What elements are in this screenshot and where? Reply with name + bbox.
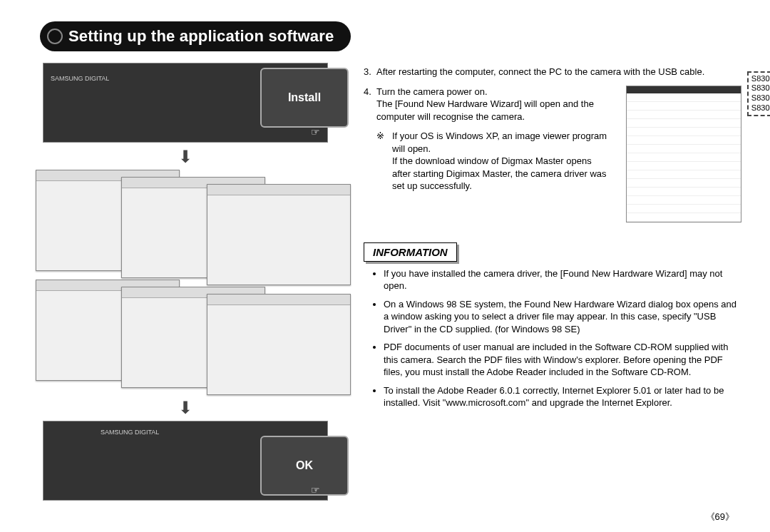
explorer-wrap: S8300 S830004 S8300048 S8300049: [626, 86, 741, 222]
explorer-row: [627, 111, 741, 119]
explorer-titlebar: [627, 86, 741, 93]
explorer-row: [627, 128, 741, 136]
two-column-layout: SAMSUNG DIGITAL Install ☞ ⬇ ⬇: [29, 63, 741, 501]
page-number: 《69》: [706, 511, 734, 523]
page-title: Setting up the application software: [40, 21, 351, 51]
explorer-row: [627, 188, 741, 196]
title-bullet-icon: [47, 29, 63, 44]
cursor-icon: ☞: [311, 126, 320, 138]
explorer-row: [627, 119, 741, 128]
info-bullet: If you have installed the camera driver,…: [384, 267, 741, 292]
note-symbol-icon: ※: [376, 130, 388, 193]
ok-label: OK: [296, 459, 313, 472]
steps-list: 3. After restarting the computer, connec…: [364, 66, 741, 78]
screenshot-explorer: [626, 86, 741, 222]
note-row: ※ If your OS is Windows XP, an image vie…: [376, 130, 612, 193]
arrow-down-icon: ⬇: [29, 147, 342, 167]
page-number-value: 69: [715, 511, 725, 522]
explorer-row: [627, 205, 741, 213]
explorer-row: [627, 162, 741, 170]
install-label: Install: [288, 91, 321, 104]
callout-line: S8300049: [751, 103, 770, 113]
angle-left-icon: 《: [706, 511, 715, 522]
brand-label: SAMSUNG DIGITAL: [101, 429, 159, 436]
brand-label: SAMSUNG DIGITAL: [51, 75, 109, 82]
screenshot-wizard-row-1: [29, 170, 342, 284]
screenshot-installer-bottom: SAMSUNG DIGITAL OK ☞: [43, 421, 328, 501]
install-button-inset: Install: [260, 68, 349, 128]
step-4: 4. Turn the camera power on. The [Found …: [364, 86, 612, 123]
explorer-row: [627, 213, 741, 222]
explorer-row: [627, 93, 741, 102]
callout-line: S8300: [751, 74, 770, 84]
explorer-row: [627, 136, 741, 145]
angle-right-icon: 》: [725, 511, 734, 522]
ok-button-inset: OK: [260, 436, 349, 496]
info-bullet: To install the Adobe Reader 6.0.1 correc…: [384, 384, 741, 409]
callout-line: S830004: [751, 83, 770, 93]
info-bullet: PDF documents of user manual are include…: [384, 341, 741, 379]
explorer-row: [627, 145, 741, 153]
filename-callout: S8300 S830004 S8300048 S8300049: [747, 71, 770, 116]
explorer-row: [627, 153, 741, 162]
information-bullets: If you have installed the camera driver,…: [364, 267, 741, 409]
explorer-row: [627, 102, 741, 111]
step-text: After restarting the computer, connect t…: [376, 66, 741, 78]
step-text: Turn the camera power on. The [Found New…: [376, 86, 612, 123]
page: Setting up the application software SAMS…: [0, 0, 770, 532]
screenshot-installer-top: SAMSUNG DIGITAL Install ☞: [43, 63, 328, 143]
left-column: SAMSUNG DIGITAL Install ☞ ⬇ ⬇: [29, 63, 342, 501]
explorer-row: [627, 196, 741, 205]
wizard-dialog: [207, 294, 351, 395]
explorer-row: [627, 179, 741, 188]
screenshot-wizard-row-2: [29, 280, 342, 394]
step-4-text: 4. Turn the camera power on. The [Found …: [364, 86, 612, 193]
cursor-icon: ☞: [311, 484, 320, 496]
page-title-wrap: Setting up the application software: [43, 21, 741, 54]
wizard-dialog: [207, 184, 351, 285]
step-4-row: 4. Turn the camera power on. The [Found …: [364, 86, 741, 222]
information-block: INFORMATION If you have installed the ca…: [364, 242, 741, 409]
arrow-down-icon: ⬇: [29, 398, 342, 418]
info-bullet: On a Windows 98 SE system, the Found New…: [384, 298, 741, 336]
callout-line: S8300048: [751, 93, 770, 103]
step-3: 3. After restarting the computer, connec…: [364, 66, 741, 78]
explorer-row: [627, 170, 741, 179]
step-number: 4.: [364, 86, 376, 123]
step-4-line2: The [Found New Hardware Wizard] will ope…: [376, 98, 594, 122]
note-line2: If the download window of Digmax Master …: [392, 155, 607, 191]
steps-list: 4. Turn the camera power on. The [Found …: [364, 86, 612, 123]
step-4-line1: Turn the camera power on.: [376, 86, 488, 97]
right-column: 3. After restarting the computer, connec…: [364, 63, 741, 501]
note-body: If your OS is Windows XP, an image viewe…: [392, 130, 612, 193]
step-number: 3.: [364, 66, 376, 78]
note-line1: If your OS is Windows XP, an image viewe…: [392, 131, 607, 154]
information-heading: INFORMATION: [364, 242, 457, 262]
